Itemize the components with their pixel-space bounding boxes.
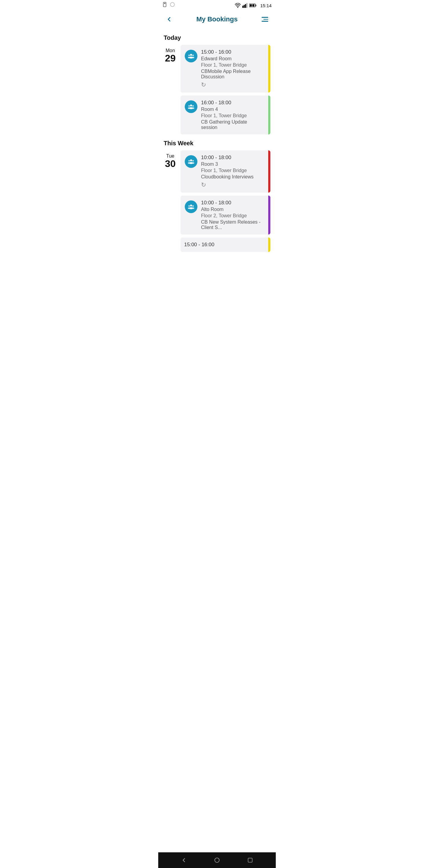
svg-point-14 <box>188 55 190 56</box>
avatar <box>185 155 197 168</box>
booking-time: 16:00 - 18:00 <box>201 100 265 106</box>
svg-point-30 <box>190 205 192 207</box>
booking-room: Edward Room <box>201 56 265 61</box>
page-title: My Bookings <box>196 16 238 23</box>
booking-event: Cloudbooking Interviews <box>201 174 253 180</box>
booking-event: CBMobile App Release Discussion <box>201 69 265 80</box>
svg-point-35 <box>192 207 194 209</box>
svg-point-27 <box>188 162 190 164</box>
svg-point-20 <box>188 105 190 107</box>
svg-point-12 <box>190 54 192 56</box>
booking-time: 10:00 - 18:00 <box>201 200 265 206</box>
svg-point-2 <box>170 2 175 7</box>
day-group-Mon-29: Mon 29 15:00 - 16:00 Edward Room Floor 1… <box>164 45 270 134</box>
svg-point-28 <box>192 160 194 161</box>
svg-point-18 <box>190 104 192 107</box>
status-icons <box>235 3 256 8</box>
top-nav: My Bookings <box>158 11 276 29</box>
svg-point-34 <box>192 205 194 207</box>
booking-floor: Floor 1, Tower Bridge <box>201 62 265 68</box>
booking-info: 15:00 - 16:00 Edward Room Floor 1, Tower… <box>201 49 265 88</box>
status-bar: 15:14 <box>158 0 276 11</box>
nav-back-button[interactable] <box>177 853 191 867</box>
svg-point-32 <box>188 205 190 207</box>
svg-rect-9 <box>255 4 256 6</box>
svg-rect-1 <box>164 3 165 4</box>
svg-rect-6 <box>245 4 246 8</box>
booking-room: Room 4 <box>201 107 265 112</box>
wifi-icon <box>235 3 241 8</box>
bottom-nav-bar <box>158 852 276 868</box>
booking-card[interactable]: 10:00 - 18:00 Room 3 Floor 1, Tower Brid… <box>181 150 270 193</box>
booking-card-partial[interactable]: 15:00 - 16:00 <box>181 238 270 252</box>
svg-rect-4 <box>243 6 244 8</box>
recurring-icon: ↻ <box>201 81 265 88</box>
svg-rect-5 <box>244 5 245 8</box>
avatar <box>185 200 197 213</box>
day-label: Mon 29 <box>164 45 177 63</box>
booking-card[interactable]: 10:00 - 18:00 Alto Room Floor 2, Tower B… <box>181 195 270 235</box>
booking-room: Alto Room <box>201 207 265 212</box>
svg-point-33 <box>188 207 190 209</box>
svg-point-36 <box>215 858 219 863</box>
accent-bar <box>268 195 270 235</box>
main-content: Today Mon 29 15:00 - 16:00 Edward Room F… <box>158 29 276 852</box>
booking-info: 16:00 - 18:00 Room 4 Floor 1, Tower Brid… <box>201 100 265 130</box>
status-time: 15:14 <box>260 3 272 8</box>
svg-point-22 <box>192 105 194 107</box>
booking-event: CB New System Releases - Client S... <box>201 219 265 230</box>
booking-info: 10:00 - 18:00 Room 3 Floor 1, Tower Brid… <box>201 155 253 188</box>
signal-icon <box>242 3 248 8</box>
filter-icon <box>261 17 268 22</box>
svg-point-29 <box>192 162 194 164</box>
recurring-icon: ↻ <box>201 181 253 188</box>
booking-floor: Floor 2, Tower Bridge <box>201 213 265 218</box>
nav-square-button[interactable] <box>243 853 257 867</box>
booking-floor: Floor 1, Tower Bridge <box>201 113 265 119</box>
svg-point-24 <box>190 159 192 161</box>
svg-point-17 <box>192 57 194 58</box>
booking-time: 15:00 - 16:00 <box>201 49 265 55</box>
booking-info: 10:00 - 18:00 Alto Room Floor 2, Tower B… <box>201 200 265 230</box>
day-number: 30 <box>164 159 177 168</box>
svg-point-23 <box>192 107 194 109</box>
accent-bar <box>268 96 270 134</box>
booking-event: CB Gathering Update session <box>201 119 265 130</box>
svg-rect-7 <box>247 3 248 8</box>
svg-point-26 <box>188 160 190 161</box>
bookings-list: 10:00 - 18:00 Room 3 Floor 1, Tower Brid… <box>181 150 270 252</box>
accent-bar <box>268 150 270 193</box>
day-label: Tue 30 <box>164 150 177 168</box>
section-heading-this-week: This Week <box>164 140 270 147</box>
booking-floor: Floor 1, Tower Bridge <box>201 168 253 173</box>
accent-bar <box>268 45 270 93</box>
nav-home-button[interactable] <box>210 853 224 867</box>
svg-point-21 <box>188 107 190 109</box>
bookings-list: 15:00 - 16:00 Edward Room Floor 1, Tower… <box>181 45 270 134</box>
booking-time: 10:00 - 18:00 <box>201 155 253 161</box>
day-number: 29 <box>164 53 177 63</box>
battery-icon <box>249 3 256 7</box>
svg-rect-37 <box>248 858 252 862</box>
avatar <box>185 100 197 113</box>
booking-card[interactable]: 16:00 - 18:00 Room 4 Floor 1, Tower Brid… <box>181 96 270 134</box>
svg-point-16 <box>192 55 194 56</box>
svg-point-3 <box>238 7 239 8</box>
accent-bar <box>268 238 270 252</box>
booking-time: 15:00 - 16:00 <box>184 242 214 248</box>
status-icons-left <box>162 2 175 7</box>
avatar <box>185 50 197 62</box>
booking-card[interactable]: 15:00 - 16:00 Edward Room Floor 1, Tower… <box>181 45 270 93</box>
day-group-Tue-30: Tue 30 10:00 - 18:00 Room 3 Floor 1, Tow… <box>164 150 270 252</box>
svg-point-15 <box>188 57 190 58</box>
section-heading-today: Today <box>164 34 270 41</box>
booking-room: Room 3 <box>201 161 253 167</box>
back-button[interactable] <box>164 14 175 25</box>
filter-button[interactable] <box>259 14 270 25</box>
